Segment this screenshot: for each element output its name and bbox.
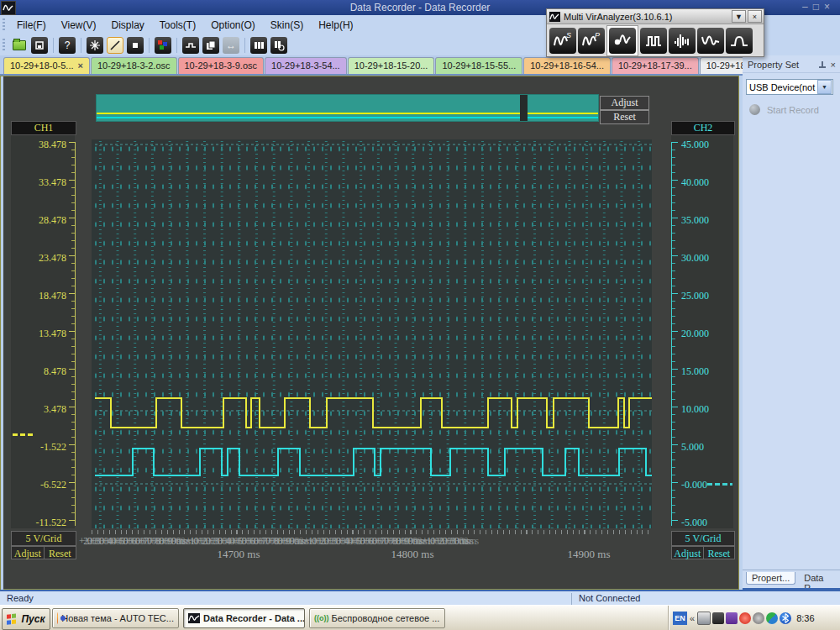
analyzer-app-icon — [549, 12, 560, 22]
start-record-label: Start Record — [767, 105, 819, 115]
burst-icon[interactable] — [87, 37, 103, 54]
menu-tools[interactable]: Tools(T) — [152, 17, 203, 34]
volume-muted-icon[interactable] — [753, 612, 764, 624]
close-button[interactable]: × — [824, 1, 835, 13]
save-icon[interactable] — [31, 37, 48, 54]
ch2-reset-button[interactable]: Reset — [704, 546, 736, 559]
taskbar-item-wireless[interactable]: ((o)) Беспроводное сетевое ... — [309, 608, 445, 628]
open-folder-icon[interactable] — [11, 37, 28, 54]
ch2-tick-label: 40.000 — [681, 176, 733, 188]
panel-close-icon[interactable]: × — [831, 60, 836, 70]
signal-burst-icon[interactable] — [669, 28, 696, 54]
tab-file-6[interactable]: 10-29+18-15-55... — [435, 57, 522, 74]
stop-icon[interactable] — [127, 37, 144, 54]
ch1-tick-label: -6.522 — [14, 479, 66, 491]
menu-help[interactable]: Help(H) — [311, 17, 360, 34]
firefox-icon — [57, 612, 58, 624]
resize-arrows-icon[interactable]: ↔ — [223, 37, 239, 54]
pulse-icon[interactable] — [726, 28, 753, 54]
spectrum-p-icon[interactable]: P — [578, 28, 605, 54]
ch2-adjust-button[interactable]: Adjust — [671, 546, 704, 559]
bluetooth-icon[interactable] — [780, 612, 791, 624]
network-monitor-icon[interactable] — [697, 612, 711, 625]
ch1-tick-label: 33.478 — [14, 176, 66, 188]
line-tool-icon[interactable] — [107, 37, 123, 54]
ch2-ground-marker[interactable] — [707, 483, 732, 486]
data-recorder-icon[interactable] — [609, 28, 636, 54]
taskbar-clock[interactable]: 8:36 — [796, 613, 814, 623]
ch2-tick-label: 25.000 — [681, 290, 733, 302]
tab-file-3[interactable]: 10-29+18-3-9.osc — [178, 57, 265, 74]
property-panel-title: Property Set — [743, 60, 819, 70]
sweep-wave-icon[interactable] — [697, 28, 724, 54]
antivirus-icon[interactable] — [739, 612, 751, 624]
time-axis-major-label: 14900 ms — [551, 548, 627, 561]
menu-option[interactable]: Option(O) — [203, 17, 263, 34]
ch1-ground-marker[interactable] — [13, 433, 35, 436]
ch2-tick-label: 10.000 — [681, 403, 733, 415]
overview-view-slot[interactable] — [520, 95, 528, 121]
svg-text:S: S — [566, 31, 571, 39]
menu-file[interactable]: File(F) — [9, 17, 54, 34]
ch2-vgrid-label: 5 V/Grid — [671, 531, 735, 546]
overview-reset-button[interactable]: Reset — [600, 110, 649, 124]
data-recorder-icon — [188, 613, 200, 623]
help-icon[interactable]: ? — [59, 37, 76, 54]
tab-file-2[interactable]: 10-29+18-3-2.osc — [91, 57, 177, 74]
overview-adjust-button[interactable]: Adjust — [600, 96, 649, 110]
menu-view[interactable]: View(V) — [54, 17, 104, 34]
ch1-tick-label: 3.478 — [14, 403, 66, 415]
tab-file-7[interactable]: 10-29+18-16-54... — [523, 57, 611, 74]
minimize-button[interactable]: – — [802, 1, 813, 13]
analyzer-close-icon[interactable]: × — [748, 10, 762, 23]
ch1-tick-ruler — [69, 142, 76, 526]
taskbar-item-data-recorder[interactable]: Data Recorder - Data ... — [183, 608, 305, 628]
tab-property-set[interactable]: Propert... — [746, 572, 795, 585]
time-axis-major-label: 14700 ms — [201, 548, 276, 561]
tab-file-4[interactable]: 10-29+18-3-54... — [265, 57, 347, 74]
scope-client-area: Adjust Reset CH1 38.478 33.478 28.478 23… — [0, 76, 739, 590]
overview-pan-bar[interactable] — [96, 94, 599, 122]
waveform-traces — [92, 139, 652, 528]
ch2-tick-label: 35.000 — [681, 214, 733, 226]
device-select[interactable]: USB Device(not c ▼ — [746, 79, 833, 95]
record-icon — [749, 104, 760, 115]
maximize-button[interactable]: □ — [813, 1, 824, 13]
tab-file-5[interactable]: 10-29+18-15-20... — [348, 57, 435, 74]
start-button[interactable]: Пуск — [2, 608, 50, 630]
taskbar-item-browser[interactable]: Новая тема - AUTO TEC... — [52, 608, 179, 628]
language-indicator[interactable]: EN — [673, 612, 687, 625]
toolbar-grip — [3, 18, 5, 32]
chevron-down-icon[interactable]: ▼ — [732, 10, 746, 23]
taskbar: Пуск Новая тема - AUTO TEC... Data Recor… — [0, 605, 840, 630]
tray-expand-icon[interactable]: « — [690, 613, 695, 623]
color-palette-icon[interactable] — [155, 37, 171, 54]
ch1-adjust-button[interactable]: Adjust — [11, 546, 45, 559]
ch1-tick-label: 38.478 — [14, 139, 66, 150]
tab-file-8[interactable]: 10-29+18-17-39... — [612, 57, 699, 74]
ch1-reset-button[interactable]: Reset — [45, 546, 77, 559]
menu-display[interactable]: Display — [103, 17, 151, 34]
start-record-button[interactable]: Start Record — [749, 104, 819, 115]
time-axis-ticks — [92, 530, 652, 534]
media-device-icon[interactable] — [726, 612, 738, 624]
logic-analyzer-icon[interactable] — [640, 28, 667, 54]
copy-pages-icon[interactable] — [202, 37, 219, 54]
tab-file-1[interactable]: 10-29+18-0-5...× — [3, 57, 90, 74]
menu-skin[interactable]: Skin(S) — [263, 17, 311, 34]
time-axis-major-label: 14800 ms — [375, 548, 450, 561]
data-recorder-selected — [606, 25, 638, 56]
ch1-tick-label: -1.522 — [14, 441, 66, 453]
ch2-tick-label: -5.000 — [681, 517, 733, 528]
analyzer-title-bar[interactable]: Multi VirAnalyzer(3.10.6.1) ▼ × — [547, 9, 764, 24]
close-icon[interactable]: × — [78, 60, 83, 71]
columns-record-icon[interactable] — [270, 37, 287, 54]
ch2-tick-label: 45.000 — [681, 139, 733, 150]
chevron-down-icon[interactable]: ▼ — [817, 80, 832, 94]
columns-icon[interactable] — [250, 37, 267, 54]
pin-icon[interactable] — [819, 61, 826, 69]
display-settings-icon[interactable] — [712, 612, 724, 624]
network-globe-icon[interactable] — [766, 612, 778, 624]
wave-step-icon[interactable] — [182, 37, 199, 54]
spectrum-s-icon[interactable]: S — [549, 28, 576, 54]
